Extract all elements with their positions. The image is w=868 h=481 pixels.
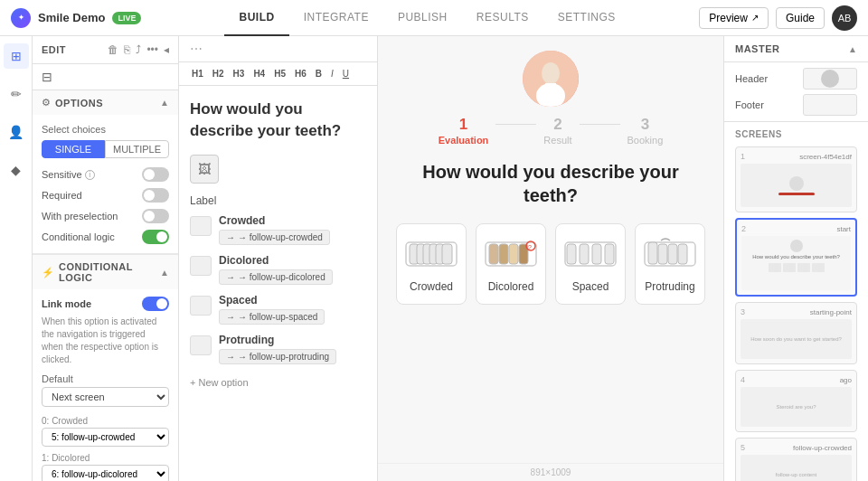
option-item-2: Spaced → → follow-up-spaced [190, 294, 366, 325]
nav-tabs: BUILD INTEGRATE PUBLISH RESULTS SETTINGS [224, 0, 629, 36]
cond-logic-title: CONDITIONAL LOGIC [59, 261, 160, 283]
teeth-option-crowded[interactable]: Crowded [396, 223, 467, 305]
default-label: Default [42, 373, 169, 384]
single-button[interactable]: SINGLE [42, 140, 105, 158]
master-footer-item[interactable]: Footer [735, 94, 857, 116]
question-title: How would you describe your teeth? [396, 160, 705, 207]
cond-logic-body: Link mode When this option is activated … [33, 289, 178, 481]
master-header: MASTER ▲ [724, 36, 868, 62]
h2-button[interactable]: H2 [209, 67, 228, 80]
step-2-number: 2 [553, 116, 561, 134]
guide-button[interactable]: Guide [776, 7, 825, 29]
tab-results[interactable]: RESULTS [462, 0, 543, 36]
screen-4-mini: Steroid are you? [741, 387, 852, 427]
left-panel: EDIT 🗑 ⎘ ⤴ ••• ◂ ⊟ ⚙ OPTIONS ▲ S [33, 36, 179, 481]
svg-rect-22 [605, 244, 614, 264]
image-placeholder[interactable]: 🖼 [190, 155, 219, 184]
option-1-thumb [190, 256, 212, 276]
svg-text:?: ? [528, 244, 532, 250]
h3-button[interactable]: H3 [230, 67, 249, 80]
more-icon[interactable]: ••• [146, 43, 158, 56]
option-3-thumb [190, 335, 212, 355]
screen-thumb-3[interactable]: 3 starting-point How soon do you want to… [735, 302, 857, 364]
teeth-option-protruding[interactable]: Protruding [635, 223, 705, 305]
option-1-details: Dicolored → → follow-up-dicolored [219, 254, 333, 285]
option-2-badge[interactable]: → → follow-up-spaced [219, 309, 325, 325]
cond-entry-0-select[interactable]: 5: follow-up-crowded [42, 428, 169, 447]
preselection-toggle[interactable] [142, 209, 169, 223]
option-3-name: Protruding [219, 334, 336, 346]
option-0-badge[interactable]: → → follow-up-crowded [219, 230, 330, 245]
select-choices-label: Select choices [42, 124, 169, 135]
top-nav: ✦ Smile Demo LIVE BUILD INTEGRATE PUBLIS… [0, 0, 868, 36]
live-badge: LIVE [112, 12, 141, 24]
trash-icon[interactable]: 🗑 [108, 43, 118, 56]
h5-button[interactable]: H5 [270, 67, 289, 80]
share-icon[interactable]: ⤴ [136, 43, 141, 56]
sensitive-toggle[interactable] [142, 167, 169, 182]
option-1-badge[interactable]: → → follow-up-dicolored [219, 269, 333, 285]
options-icon: ⚙ [42, 97, 51, 108]
edit-actions: 🗑 ⎘ ⤴ ••• ◂ [108, 43, 169, 56]
master-title: MASTER [735, 43, 779, 54]
sensitive-row: Sensitive i [42, 167, 169, 182]
dicolored-icon: ? [484, 235, 538, 273]
edit-title: EDIT [42, 44, 66, 55]
master-header-thumb[interactable] [803, 68, 857, 90]
link-mode-label: Link mode [42, 298, 91, 309]
link-mode-toggle[interactable] [142, 297, 169, 311]
icon-bar-item-home[interactable]: ⊞ [4, 43, 29, 69]
step-1-number: 1 [459, 116, 467, 134]
svg-rect-19 [567, 244, 576, 264]
preview-button[interactable]: Preview ↗ [699, 7, 769, 29]
h4-button[interactable]: H4 [250, 67, 269, 80]
master-header-item[interactable]: Header [735, 68, 857, 90]
options-header[interactable]: ⚙ OPTIONS ▲ [33, 90, 178, 115]
default-select[interactable]: Next screen [42, 387, 169, 407]
cond-entry-1-select[interactable]: 6: follow-up-dicolored [42, 465, 169, 481]
conditional-logic-toggle[interactable] [142, 230, 169, 244]
master-footer-thumb[interactable] [803, 94, 857, 116]
copy-icon[interactable]: ⎘ [124, 43, 130, 56]
option-3-badge[interactable]: → → follow-up-protruding [219, 349, 336, 364]
add-option-button[interactable]: + New option [190, 373, 366, 391]
underline-button[interactable]: U [339, 67, 353, 80]
user-avatar[interactable]: AB [832, 5, 857, 31]
layout-icon[interactable]: ⊟ [42, 70, 52, 84]
required-toggle[interactable] [142, 188, 169, 203]
screen-thumb-1[interactable]: 1 screen-4f54e1df [735, 146, 857, 212]
tab-build[interactable]: BUILD [224, 0, 288, 36]
protruding-icon [643, 235, 697, 273]
teeth-option-spaced[interactable]: Spaced [555, 223, 626, 305]
bold-button[interactable]: B [312, 67, 326, 80]
conditional-logic-label: Conditional logic [42, 231, 115, 242]
icon-bar-item-user[interactable]: 👤 [4, 119, 29, 145]
icon-bar-item-diamond[interactable]: ◆ [4, 157, 29, 183]
collapse-panel-icon[interactable]: ◂ [164, 43, 169, 56]
multiple-button[interactable]: MULTIPLE [105, 140, 169, 158]
screen-3-tag: starting-point [810, 308, 852, 316]
tab-integrate[interactable]: INTEGRATE [289, 0, 383, 36]
option-item-0: Crowded → → follow-up-crowded [190, 214, 366, 245]
choice-buttons: SINGLE MULTIPLE [42, 140, 169, 158]
editor-heading[interactable]: How would you describe your teeth? [190, 99, 366, 142]
tab-publish[interactable]: PUBLISH [383, 0, 462, 36]
external-link-icon: ↗ [751, 13, 759, 23]
step-2: 2 Result [543, 116, 571, 146]
screen-thumb-5[interactable]: 5 follow-up-crowded follow-up content [735, 438, 857, 481]
h6-button[interactable]: H6 [291, 67, 310, 80]
master-collapse-icon[interactable]: ▲ [848, 44, 857, 54]
master-header-label: Header [735, 73, 768, 84]
conditional-logic-row: Conditional logic [42, 230, 169, 244]
italic-button[interactable]: I [327, 67, 337, 80]
teeth-option-dicolored[interactable]: ? Dicolored [476, 223, 546, 305]
master-items: Header Footer [724, 62, 868, 122]
h1-button[interactable]: H1 [188, 67, 207, 80]
screen-thumb-2[interactable]: 2 start How would you describe your teet… [735, 218, 857, 297]
icon-bar-item-edit[interactable]: ✏ [4, 81, 29, 107]
svg-rect-26 [668, 244, 677, 264]
screen-thumb-4[interactable]: 4 ago Steroid are you? [735, 370, 857, 432]
cond-logic-header[interactable]: ⚡ CONDITIONAL LOGIC ▲ [33, 254, 178, 289]
cond-logic-icon: ⚡ [42, 267, 54, 278]
tab-settings[interactable]: SETTINGS [543, 0, 630, 36]
